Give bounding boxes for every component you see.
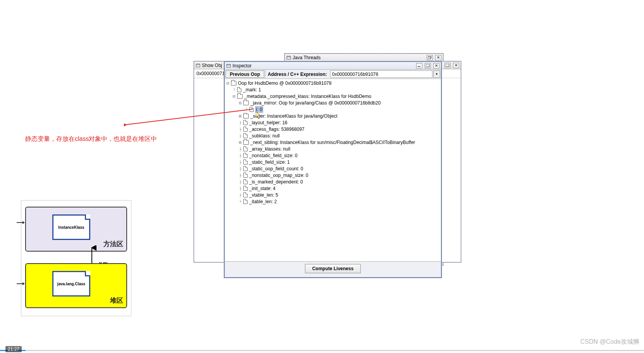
window-icon [286,55,291,60]
close-button[interactable]: ✕ [453,63,459,68]
window-icon [196,63,200,68]
svg-rect-6 [446,64,449,67]
document-icon [243,153,248,158]
minimize-button[interactable] [416,63,422,69]
tree-line: ├ [238,193,243,197]
java-lang-class-box: java.lang.Class [52,271,90,296]
svg-rect-10 [426,64,429,67]
document-icon [250,107,254,112]
tree-leaf[interactable]: ├ _nonstatic_field_size: 0 [226,152,441,159]
folder-icon [243,114,249,118]
document-icon [237,87,241,92]
tree-leaf[interactable]: ├ _vtable_len: 5 [226,192,441,198]
close-button[interactable]: ✕ [435,55,441,60]
arrow-icon [17,283,24,284]
video-timestamp: 21:27 [5,346,22,352]
java-threads-title: Java Threads [293,55,424,60]
inspector-titlebar[interactable]: Inspector ✕ [225,62,441,70]
tree-leaf[interactable]: ├ _subklass: null [226,132,441,139]
tree-branch[interactable]: ⊟ _java_mirror: Oop for java/lang/Class … [226,99,441,106]
tree-leaf-selected[interactable]: └ i: 0 [226,106,441,113]
tree-branch[interactable]: ⊞ _super: InstanceKlass for java/lang/Ob… [226,113,441,119]
annotation-text: 静态变量，存放在class对象中，也就是在堆区中 [25,135,157,143]
zone-label: 堆区 [110,296,123,305]
maximize-button[interactable] [444,63,451,68]
compute-liveness-button[interactable]: Compute Liveness [305,264,361,273]
document-icon [243,173,248,178]
inspector-tree[interactable]: ⊟ Oop for HsdbDemo @ 0x0000000716b91078 … [225,79,441,262]
expand-handle[interactable]: ⊟ [238,101,243,105]
expand-handle[interactable]: ⊞ [238,114,243,118]
document-icon [243,186,248,191]
expand-handle[interactable]: ⊞ [238,140,243,145]
tree-leaf[interactable]: └ _itable_len: 2 [226,198,441,205]
folder-icon [231,81,236,86]
tree-line: ├ [238,186,243,191]
folder-icon [243,101,249,105]
document-icon [243,199,248,204]
address-dropdown-arrow[interactable]: ▼ [433,70,440,78]
box-label: InstanceKlass [58,225,84,230]
tree-line: ├ [238,134,243,138]
restore-button[interactable] [427,55,433,60]
inspector-bottombar: Compute Liveness [225,262,441,276]
java-threads-titlebar[interactable]: Java Threads ✕ [285,54,443,62]
document-icon [243,166,248,171]
document-icon [243,179,248,184]
expand-handle[interactable]: ⊟ [232,94,236,99]
expand-handle[interactable]: ⊟ [226,81,230,86]
video-progress-bar[interactable] [0,350,644,351]
document-icon [243,133,248,138]
tree-line: ├ [238,160,243,165]
page-corner-icon [85,271,90,276]
folder-icon [237,94,243,99]
close-button[interactable]: ✕ [433,63,439,69]
document-icon [243,192,248,197]
document-icon [243,146,248,151]
method-area-zone: InstanceKlass 方法区 [25,207,127,252]
inspector-toolbar: Previous Oop Address / C++ Expression: ▼ [225,70,441,79]
arrow-icon [17,222,24,223]
window-icon [226,63,231,68]
previous-oop-button[interactable]: Previous Oop [226,70,264,78]
maximize-button[interactable] [425,63,431,69]
memory-diagram: InstanceKlass 方法区 关联 java.lang.Class 堆区 [21,200,131,316]
address-label: Address / C++ Expression: [265,70,329,79]
tree-line: ├ [238,173,243,178]
document-icon [243,127,248,132]
document-icon [243,159,248,165]
heap-zone: java.lang.Class 堆区 [25,263,127,308]
tree-leaf[interactable]: ├ _access_flags: 538968097 [226,126,441,132]
address-input[interactable] [330,70,432,78]
tree-line: └ [238,199,243,204]
tree-leaf[interactable]: └ _mark: 1 [226,86,441,93]
tree-line: └ [232,87,236,92]
tree-root[interactable]: ⊟ Oop for HsdbDemo @ 0x0000000716b91078 [226,80,441,86]
tree-leaf[interactable]: ├ _static_oop_field_count: 0 [226,165,441,172]
page-corner-icon [85,214,90,220]
tree-line: ├ [238,127,243,132]
svg-rect-3 [428,57,430,59]
tree-leaf[interactable]: ├ _init_state: 4 [226,185,441,192]
tree-line: ├ [238,147,243,151]
tree-leaf[interactable]: ├ _is_marked_dependent: 0 [226,178,441,185]
tree-line: ├ [238,180,243,184]
tree-line: ├ [238,153,243,158]
tree-line: └ [244,107,249,112]
tree-leaf[interactable]: ├ _layout_helper: 16 [226,119,441,126]
tree-branch[interactable]: ⊞ _next_sibling: InstanceKlass for sun/m… [226,139,441,146]
watermark-text: CSDN @Code攻城狮 [580,338,639,346]
folder-icon [243,140,249,145]
svg-rect-7 [227,64,231,67]
tree-line: ├ [238,166,243,171]
svg-rect-4 [196,64,200,67]
inspector-title: Inspector [232,63,414,69]
instanceklass-box: InstanceKlass [52,214,90,240]
tree-leaf[interactable]: ├ _array_klasses: null [226,146,441,152]
box-label: java.lang.Class [57,282,85,286]
tree-branch[interactable]: ⊟ _metadata._compressed_klass: InstanceK… [226,93,441,99]
inspector-window: Inspector ✕ Previous Oop Address / C++ E… [224,61,442,278]
tree-leaf[interactable]: ├ _nonstatic_oop_map_size: 0 [226,172,441,178]
tree-leaf[interactable]: ├ _static_field_size: 1 [226,159,441,165]
document-icon [243,120,248,125]
